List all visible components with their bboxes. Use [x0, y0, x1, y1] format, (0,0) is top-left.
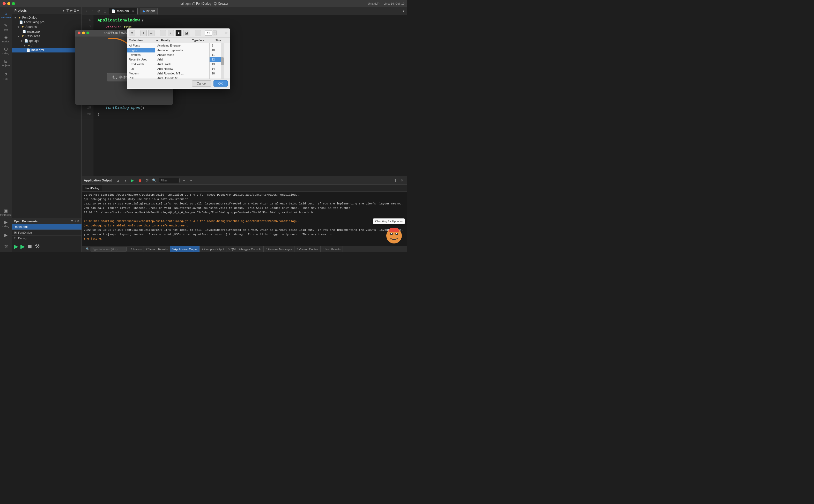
status-tab-app-output[interactable]: 3 Application Output [170, 246, 200, 252]
status-tab-issues[interactable]: 1 Issues [129, 246, 144, 252]
sidebar-item-run[interactable]: ▶ [1, 229, 11, 241]
open-docs-close-icon[interactable]: ✕ [77, 219, 79, 223]
output-filter-input[interactable] [159, 178, 179, 183]
output-scroll-down-button[interactable]: ▼ [123, 178, 128, 183]
fd-family-arial-black[interactable]: Arial Black [155, 62, 186, 66]
minimize-button[interactable] [7, 2, 10, 5]
run-debug-button[interactable]: ▶ [20, 243, 25, 250]
tree-item-main-cpp[interactable]: 📄 main.cpp [12, 29, 81, 34]
locate-input[interactable] [90, 247, 127, 251]
status-tab-tests[interactable]: 8 Test Results [321, 246, 343, 252]
fd-tool-2[interactable]: T [140, 30, 147, 36]
fd-tool-5[interactable]: T [195, 30, 201, 36]
sidebar-item-debug2[interactable]: ▶ Debug [1, 218, 11, 229]
fd-ok-button[interactable]: OK [214, 80, 228, 87]
fd-family-arial-narrow[interactable]: Arial Narrow [155, 66, 186, 71]
project-filter-icon[interactable]: ⊤ [66, 9, 69, 12]
fd-italic-btn[interactable]: T [168, 30, 174, 36]
fd-size-up[interactable]: ▲ [213, 30, 217, 33]
line-ending-label[interactable]: Unix (LF) [368, 2, 380, 5]
nav-back-button[interactable]: ‹ [84, 9, 89, 14]
tree-item-main-qml[interactable]: 📄 main.qml [12, 48, 81, 52]
line-col-label[interactable]: Line: 14, Col: 19 [384, 2, 404, 5]
fd-size-down[interactable]: ▼ [213, 33, 217, 35]
project-sync-icon[interactable]: ⇌ [70, 9, 72, 12]
tree-item-fontdialog[interactable]: ▼ ▼ FontDialog [12, 15, 81, 20]
fd-collection-pdf[interactable]: PDF [127, 76, 155, 79]
tab-height[interactable]: ◆ height [140, 8, 158, 14]
sidebar-item-welcome[interactable]: ⌂ Welcome [1, 9, 11, 21]
fd-family-arial-rounded[interactable]: Arial Rounded MT Bo [155, 71, 186, 76]
tree-item-fontdialog-pro[interactable]: 📄 FontDialog.pro [12, 20, 81, 25]
fd-family-arial[interactable]: Arial [155, 57, 186, 62]
status-tab-compile[interactable]: 4 Compile Output [200, 246, 227, 252]
open-docs-main-qml[interactable]: main.qml [12, 224, 81, 230]
fd-family-arial-unicode[interactable]: Arial Unicode MS [155, 76, 186, 79]
output-expand-button[interactable]: ⬆ [393, 178, 398, 183]
sidebar-item-debug[interactable]: ⬡ Debug [1, 45, 11, 56]
nav-split-button[interactable]: ⊡ [102, 9, 108, 14]
output-build-button[interactable]: ⚒ [144, 178, 150, 183]
fd-family-american[interactable]: American Typewriter [155, 48, 186, 52]
tab-dropdown-icon[interactable]: ▼ [402, 10, 405, 13]
open-docs-add-icon[interactable]: + [74, 219, 76, 223]
tree-item-root-folder[interactable]: ▼ ▼ / [12, 43, 81, 48]
fd-family-academy[interactable]: Academy Engraved L [155, 43, 186, 48]
fd-collection-fun[interactable]: Fun [127, 66, 155, 71]
status-tab-vcs[interactable]: 7 Version Control [295, 246, 321, 252]
fd-collection-english[interactable]: English [127, 48, 155, 52]
fd-collection-favorites[interactable]: Favorites [127, 52, 155, 57]
output-close-button[interactable]: ✕ [399, 178, 405, 183]
open-docs-dropdown-icon[interactable]: ▼ [71, 219, 73, 223]
qt-close-button[interactable] [78, 32, 80, 34]
fd-color-btn2[interactable]: ◪ [183, 30, 189, 36]
build-button[interactable]: ⚒ [35, 243, 40, 250]
output-scroll-up-button[interactable]: ▲ [115, 178, 121, 183]
status-tab-general[interactable]: 6 General Messages [264, 246, 295, 252]
sidebar-item-projects[interactable]: ⊞ Projects [1, 57, 11, 68]
fd-size-input[interactable] [205, 30, 213, 36]
status-tab-search[interactable]: 2 Search Results [144, 246, 170, 252]
fd-more-btn[interactable]: ≫ [225, 31, 228, 35]
status-tab-qml-debug[interactable]: 5 QML Debugger Console [227, 246, 264, 252]
qt-maximize-button[interactable] [86, 32, 89, 34]
fd-collection-recently[interactable]: Recently Used [127, 57, 155, 62]
fd-bold-btn[interactable]: T [160, 30, 166, 36]
run-button[interactable]: ▶ [14, 243, 18, 250]
qt-minimize-button[interactable] [82, 32, 85, 34]
tab-main-qml[interactable]: 📄 main.qml ✕ [109, 8, 138, 14]
project-close-split-icon[interactable]: ⊡ [73, 9, 76, 12]
output-stop-button[interactable]: ⏹ [137, 178, 143, 183]
fd-cancel-button[interactable]: Cancel [192, 80, 211, 87]
output-minus-button[interactable]: − [188, 178, 194, 183]
nav-bookmark-button[interactable]: ⊕ [96, 9, 101, 14]
sidebar-item-fontdialog[interactable]: ▣ FontDialog [1, 207, 11, 218]
fd-add-collection-btn[interactable]: + [155, 38, 159, 42]
tree-item-resources[interactable]: ▼ ▼ Resources [12, 34, 81, 39]
sidebar-item-help[interactable]: ? Help [1, 71, 11, 82]
output-add-button[interactable]: + [181, 178, 187, 183]
tab-close-button[interactable]: ✕ [131, 9, 135, 13]
close-button[interactable] [3, 2, 6, 5]
sidebar-item-build[interactable]: ⚒ [1, 241, 11, 252]
tree-item-sources[interactable]: ▼ ▼ Sources [12, 25, 81, 29]
fd-collection-modern[interactable]: Modern [127, 71, 155, 76]
output-play-button[interactable]: ▶ [130, 178, 135, 183]
fd-collection-fixed[interactable]: Fixed Width [127, 62, 155, 66]
project-add-icon[interactable]: + [77, 9, 79, 12]
fd-tool-1[interactable]: ⊕ [129, 30, 135, 36]
stop-button[interactable]: ⏹ [27, 243, 33, 250]
fd-family-andale[interactable]: Andale Mono [155, 52, 186, 57]
sidebar-item-design[interactable]: ◈ Design [1, 33, 11, 44]
output-search-button[interactable]: 🔍 [151, 178, 157, 183]
maximize-button[interactable] [12, 2, 15, 5]
fd-size-scroll-thumb[interactable] [221, 57, 224, 65]
fd-color-btn[interactable]: ■ [175, 30, 181, 36]
tree-item-qmlqrc[interactable]: ▼ 📄 qml.qrc [12, 39, 81, 43]
fd-size-scrollbar[interactable] [221, 43, 224, 79]
sidebar-item-edit[interactable]: ✎ Edit [1, 21, 11, 33]
project-dropdown-icon[interactable]: ▼ [62, 9, 65, 12]
output-tab-fontdialog[interactable]: FontDialog [83, 185, 102, 191]
fd-tool-3[interactable]: ⇒ [148, 30, 154, 36]
fd-collection-all[interactable]: All Fonts [127, 43, 155, 48]
